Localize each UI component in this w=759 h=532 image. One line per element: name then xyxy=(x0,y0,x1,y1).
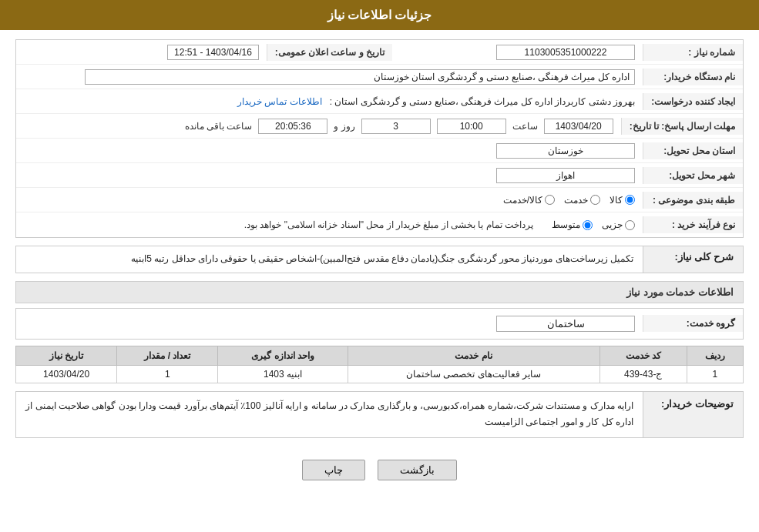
buyer-notes-section: توضیحات خریدار: ارایه مدارک و مستندات شر… xyxy=(15,391,744,438)
info-section-top: شماره نیاز : 1103005351000222 تاریخ و سا… xyxy=(15,39,744,238)
print-button[interactable]: چاپ xyxy=(302,460,365,480)
cell-name: سایر فعالیت‌های تخصصی ساختمان xyxy=(348,365,599,383)
cell-row: 1 xyxy=(687,365,743,383)
remaining-label: ساعت باقی مانده xyxy=(185,121,253,132)
province-value: خوزستان xyxy=(16,140,643,162)
table-row: 1 ج-43-439 سایر فعالیت‌های تخصصی ساختمان… xyxy=(16,365,744,383)
category-option-service: خدمت xyxy=(564,195,600,206)
category-option-kala: کالا xyxy=(610,195,635,206)
description-section: شرح کلی نیاز: تکمیل زیرساخت‌های موردنیاز… xyxy=(15,246,744,273)
requester-value: بهروز دشتی کاربرداز اداره کل میراث فرهنگ… xyxy=(16,93,643,110)
announce-datetime-value: 1403/04/16 - 12:51 xyxy=(16,44,267,61)
city-value: اهواز xyxy=(16,165,643,186)
radio-service-label: خدمت xyxy=(564,195,588,206)
col-date: تاریخ نیاز xyxy=(16,346,117,365)
announce-datetime-label: تاریخ و ساعت اعلان عمومی: xyxy=(267,44,392,61)
service-group-box: ساختمان xyxy=(496,316,635,332)
city-box: اهواز xyxy=(496,168,635,183)
row-category: طبقه بندی موضوعی : کالا خدمت xyxy=(16,188,743,212)
reply-deadline-label: مهلت ارسال پاسخ: تا تاریخ: xyxy=(621,118,743,135)
row-city: شهر محل تحویل: اهواز xyxy=(16,163,743,188)
buyer-notes-value: ارایه مدارک و مستندات شرکت،شماره همراه،ک… xyxy=(16,392,643,437)
radio-medium-label: متوسط xyxy=(552,219,580,230)
category-radio-row: کالا خدمت کالا/خدمت xyxy=(24,195,635,206)
radio-both[interactable] xyxy=(545,195,555,205)
requester-text: بهروز دشتی کاربرداز اداره کل میراث فرهنگ… xyxy=(330,96,635,107)
need-number-box: 1103005351000222 xyxy=(496,45,635,60)
requester-label: ایجاد کننده درخواست: xyxy=(643,93,743,110)
row-need-number: شماره نیاز : 1103005351000222 تاریخ و سا… xyxy=(16,40,743,65)
remaining-time-box: 20:05:36 xyxy=(258,119,327,134)
purchase-type-value: جزیی متوسط پرداخت تمام یا بخشی از مبلغ خ… xyxy=(16,216,643,233)
need-number-label: شماره نیاز : xyxy=(643,44,743,61)
radio-partial[interactable] xyxy=(625,220,635,230)
buttons-row: بازگشت چاپ xyxy=(15,449,744,487)
services-section-title: اطلاعات خدمات مورد نیاز xyxy=(15,281,744,303)
deadline-date-box: 1403/04/20 xyxy=(544,119,613,134)
buyer-org-box: اداره کل میراث فرهنگی ،صنایع دستی و گردش… xyxy=(85,69,635,85)
col-unit: واحد اندازه گیری xyxy=(218,346,348,365)
cell-unit: ابنیه 1403 xyxy=(218,365,348,383)
description-label: شرح کلی نیاز: xyxy=(643,246,743,273)
city-label: شهر محل تحویل: xyxy=(643,167,743,184)
category-value: کالا خدمت کالا/خدمت xyxy=(16,192,643,209)
row-requester: ایجاد کننده درخواست: بهروز دشتی کاربرداز… xyxy=(16,89,743,114)
services-table-section: ردیف کد خدمت نام خدمت واحد اندازه گیری ت… xyxy=(15,346,744,383)
buyer-notes-label: توضیحات خریدار: xyxy=(643,392,743,437)
buyer-org-label: نام دستگاه خریدار: xyxy=(643,69,743,85)
province-box: خوزستان xyxy=(496,143,635,159)
back-button[interactable]: بازگشت xyxy=(378,460,457,480)
radio-medium[interactable] xyxy=(583,220,593,230)
radio-kala-label: کالا xyxy=(610,195,623,206)
countdown-row: 1403/04/20 ساعت 10:00 3 روز و 20:05:36 س… xyxy=(24,119,613,134)
category-label: طبقه بندی موضوعی : xyxy=(643,192,743,209)
table-header-row: ردیف کد خدمت نام خدمت واحد اندازه گیری ت… xyxy=(16,346,744,365)
purchase-note: پرداخت تمام یا بخشی از مبلغ خریدار از مح… xyxy=(244,219,533,230)
purchase-radio-row: جزیی متوسط پرداخت تمام یا بخشی از مبلغ خ… xyxy=(24,219,635,230)
buyer-org-value: اداره کل میراث فرهنگی ،صنایع دستی و گردش… xyxy=(16,66,643,88)
cell-code: ج-43-439 xyxy=(599,365,687,383)
requester-contact-link[interactable]: اطلاعات تماس خریدار xyxy=(237,96,322,107)
cell-qty: 1 xyxy=(117,365,218,383)
radio-service[interactable] xyxy=(590,195,600,205)
deadline-time-box: 10:00 xyxy=(437,119,506,134)
days-label: روز و xyxy=(334,121,354,132)
category-option-both: کالا/خدمت xyxy=(503,195,555,206)
page-title: جزئیات اطلاعات نیاز xyxy=(327,8,432,22)
description-value: تکمیل زیرساخت‌های موردنیاز محور گردشگری … xyxy=(16,246,643,273)
row-province: استان محل تحویل: خوزستان xyxy=(16,139,743,163)
page-header: جزئیات اطلاعات نیاز xyxy=(0,0,759,30)
purchase-option-medium: متوسط xyxy=(552,219,593,230)
announce-datetime-box: 1403/04/16 - 12:51 xyxy=(167,45,259,60)
province-label: استان محل تحویل: xyxy=(643,142,743,159)
service-group-row: گروه خدمت: ساختمان xyxy=(15,308,744,340)
radio-both-label: کالا/خدمت xyxy=(503,195,542,206)
purchase-option-partial: جزیی xyxy=(602,219,635,230)
service-group-value: ساختمان xyxy=(489,313,643,335)
row-purchase-type: نوع فرآیند خرید : جزیی متوسط پرداخت تمام… xyxy=(16,212,743,237)
col-name: نام خدمت xyxy=(348,346,599,365)
col-qty: تعداد / مقدار xyxy=(117,346,218,365)
page-container: جزئیات اطلاعات نیاز شماره نیاز : 1103005… xyxy=(0,0,759,532)
row-deadline: مهلت ارسال پاسخ: تا تاریخ: 1403/04/20 سا… xyxy=(16,114,743,139)
radio-kala[interactable] xyxy=(625,195,635,205)
services-table: ردیف کد خدمت نام خدمت واحد اندازه گیری ت… xyxy=(15,346,744,383)
need-number-value: 1103005351000222 xyxy=(392,42,643,63)
row-buyer-org: نام دستگاه خریدار: اداره کل میراث فرهنگی… xyxy=(16,65,743,89)
cell-date: 1403/04/20 xyxy=(16,365,117,383)
radio-partial-label: جزیی xyxy=(602,219,623,230)
service-group-label: گروه خدمت: xyxy=(643,315,743,332)
col-row: ردیف xyxy=(687,346,743,365)
purchase-type-label: نوع فرآیند خرید : xyxy=(643,216,743,233)
reply-deadline-value: 1403/04/20 ساعت 10:00 3 روز و 20:05:36 س… xyxy=(16,115,621,137)
description-row: شرح کلی نیاز: تکمیل زیرساخت‌های موردنیاز… xyxy=(15,246,744,273)
time-label: ساعت xyxy=(512,121,538,132)
main-content: شماره نیاز : 1103005351000222 تاریخ و سا… xyxy=(0,30,759,496)
col-code: کد خدمت xyxy=(599,346,687,365)
days-box: 3 xyxy=(361,119,431,134)
